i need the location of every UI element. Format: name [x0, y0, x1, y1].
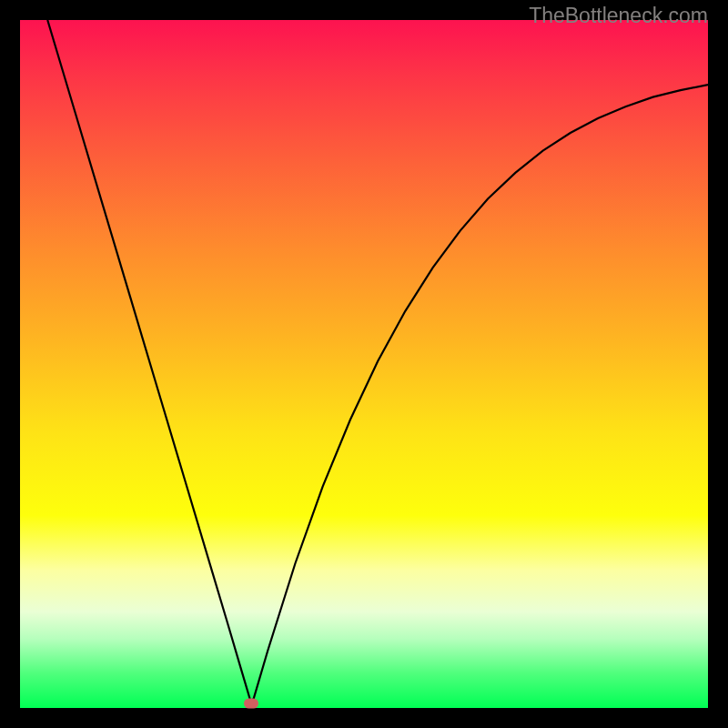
curve-svg: [20, 20, 708, 708]
minimum-marker: [244, 698, 258, 708]
attribution-text: TheBottleneck.com: [529, 4, 708, 28]
plot-area: [20, 20, 708, 708]
chart-container: TheBottleneck.com: [0, 0, 728, 728]
bottleneck-curve-path: [47, 20, 708, 703]
